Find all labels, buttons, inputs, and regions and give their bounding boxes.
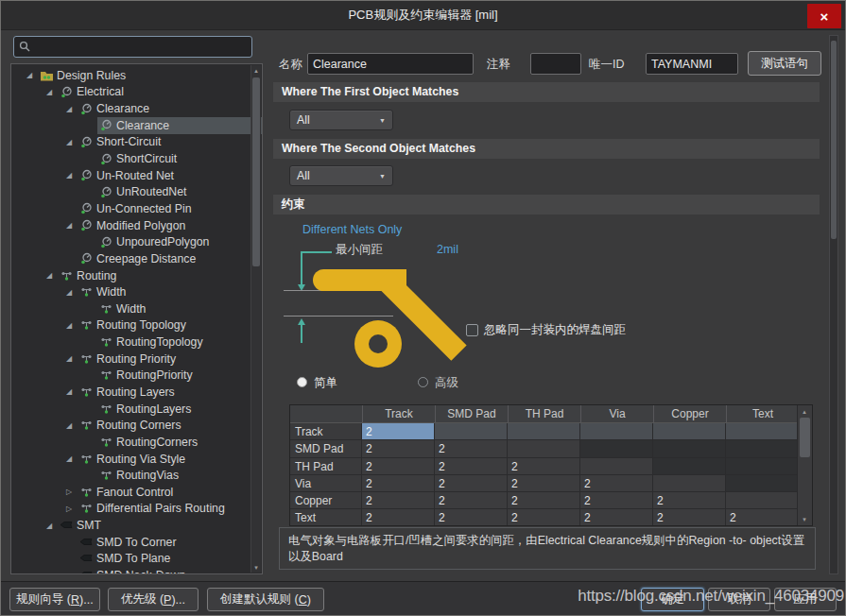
tree-item-clearance[interactable]: Clearance xyxy=(11,117,262,134)
matrix-cell-text-th-pad[interactable]: 2 xyxy=(508,509,580,526)
tree-item-body[interactable]: UnpouredPolygon xyxy=(97,233,262,250)
tree-expand-arrow-icon[interactable]: ◢ xyxy=(66,171,78,180)
tree-item-body[interactable]: RoutingPriority xyxy=(97,368,262,385)
matrix-cell-text-via[interactable]: 2 xyxy=(580,509,653,526)
table-column-header[interactable]: Track xyxy=(362,405,435,423)
matrix-cell-via-track[interactable]: 2 xyxy=(362,475,435,492)
tree-item-clearance[interactable]: ◢Clearance xyxy=(11,100,262,117)
tree-item-body[interactable]: SMD To Plane xyxy=(78,551,262,568)
matrix-cell-smd-pad-th-pad[interactable] xyxy=(508,440,580,457)
table-column-header[interactable]: SMD Pad xyxy=(435,405,508,423)
table-scrollbar[interactable]: ▴ ▾ xyxy=(797,405,812,525)
tree-expand-arrow-icon[interactable]: ◢ xyxy=(66,221,78,230)
tree-item-creepage-distance[interactable]: Creepage Distance xyxy=(11,250,262,267)
table-row-header[interactable]: Track xyxy=(290,423,362,440)
tree-expand-arrow-icon[interactable]: ▷ xyxy=(66,505,78,513)
tree-item-body[interactable]: Width xyxy=(78,283,262,300)
tree-expand-arrow-icon[interactable]: ◢ xyxy=(66,454,78,463)
tree-item-shortcircuit[interactable]: ShortCircuit xyxy=(11,150,262,167)
tree-item-body[interactable]: SMT xyxy=(58,517,262,534)
tree-item-differential-pairs-routing[interactable]: ▷Differential Pairs Routing xyxy=(11,501,262,518)
search-input[interactable] xyxy=(31,40,247,55)
matrix-cell-copper-copper[interactable]: 2 xyxy=(653,492,726,509)
matrix-cell-th-pad-smd-pad[interactable]: 2 xyxy=(435,458,508,475)
tree-item-design-rules[interactable]: ◢Design Rules xyxy=(11,67,262,84)
matrix-cell-track-text[interactable] xyxy=(726,423,799,440)
second-match-dropdown[interactable]: All ▼ xyxy=(289,165,393,186)
advanced-mode-radio[interactable] xyxy=(418,377,428,387)
table-column-header[interactable]: Via xyxy=(580,405,653,423)
close-button[interactable]: × xyxy=(807,4,841,28)
matrix-cell-copper-track[interactable]: 2 xyxy=(362,492,435,509)
scroll-up-icon[interactable]: ▴ xyxy=(251,65,261,76)
tree-item-routingcorners[interactable]: RoutingCorners xyxy=(11,434,262,451)
matrix-cell-smd-pad-text[interactable] xyxy=(726,440,799,457)
matrix-cell-th-pad-copper[interactable] xyxy=(653,458,726,475)
tree-item-smt[interactable]: ◢SMT xyxy=(11,517,262,534)
tree-item-width[interactable]: ◢Width xyxy=(11,283,262,300)
tree-item-body[interactable]: RoutingLayers xyxy=(97,401,262,418)
matrix-cell-smd-pad-via[interactable] xyxy=(580,440,653,457)
scroll-down-icon[interactable]: ▾ xyxy=(800,514,809,524)
tree-item-body[interactable]: Clearance xyxy=(97,117,262,134)
tree-item-un-connected-pin[interactable]: Un-Connected Pin xyxy=(11,200,262,217)
matrix-cell-th-pad-th-pad[interactable]: 2 xyxy=(508,458,580,475)
ignore-pad-clearance-checkbox[interactable] xyxy=(466,324,478,336)
matrix-cell-via-smd-pad[interactable]: 2 xyxy=(435,475,508,492)
create-default-rules-button[interactable]: 创建默认规则 (C) xyxy=(207,588,324,611)
tree-expand-arrow-icon[interactable]: ◢ xyxy=(26,71,38,79)
panel-scrollbar-thumb[interactable] xyxy=(831,41,837,239)
tree-item-body[interactable]: Routing Topology xyxy=(78,317,262,334)
tree-expand-arrow-icon[interactable]: ◢ xyxy=(66,321,78,330)
panel-scrollbar[interactable] xyxy=(829,35,838,574)
unique-id-input[interactable] xyxy=(646,53,738,75)
matrix-cell-th-pad-track[interactable]: 2 xyxy=(362,458,435,475)
tree-item-short-circuit[interactable]: ◢Short-Circuit xyxy=(11,134,262,151)
scroll-down-icon[interactable]: ▾ xyxy=(251,562,261,573)
tree-item-routing[interactable]: ◢Routing xyxy=(11,267,262,284)
tree-item-fanout-control[interactable]: ▷Fanout Control xyxy=(11,484,262,501)
matrix-cell-copper-smd-pad[interactable]: 2 xyxy=(435,492,508,509)
tree-expand-arrow-icon[interactable]: ◢ xyxy=(46,522,58,530)
tree-item-routing-topology[interactable]: ◢Routing Topology xyxy=(11,317,262,334)
table-scrollbar-thumb[interactable] xyxy=(800,418,810,457)
tree-item-body[interactable]: Un-Connected Pin xyxy=(78,200,262,217)
tree-item-body[interactable]: RoutingVias xyxy=(97,467,262,484)
tree-item-electrical[interactable]: ◢Electrical xyxy=(11,84,262,101)
table-row-header[interactable]: Via xyxy=(290,475,362,492)
tree-item-body[interactable]: SMD To Corner xyxy=(78,534,262,551)
matrix-cell-track-via[interactable] xyxy=(580,423,653,440)
tree-item-body[interactable]: Design Rules xyxy=(38,67,262,84)
tree-item-body[interactable]: SMD Neck-Down xyxy=(78,567,262,574)
tree-scrollbar[interactable]: ▴ ▾ xyxy=(250,65,261,573)
tree-item-routing-via-style[interactable]: ◢Routing Via Style xyxy=(11,451,262,468)
tree-item-width[interactable]: Width xyxy=(11,300,262,317)
tree-item-body[interactable]: Un-Routed Net xyxy=(78,167,262,184)
matrix-cell-via-via[interactable]: 2 xyxy=(580,475,653,492)
tree-item-body[interactable]: Creepage Distance xyxy=(78,250,262,267)
matrix-cell-th-pad-text[interactable] xyxy=(726,458,799,475)
matrix-cell-smd-pad-smd-pad[interactable]: 2 xyxy=(435,440,508,457)
tree-item-smd-to-plane[interactable]: SMD To Plane xyxy=(11,551,262,568)
rule-wizard-button[interactable]: 规则向导 (R)... xyxy=(9,588,100,611)
test-queries-button[interactable]: 测试语句 xyxy=(748,51,821,76)
matrix-cell-text-smd-pad[interactable]: 2 xyxy=(435,509,508,526)
tree-item-body[interactable]: Routing Corners xyxy=(78,417,262,434)
tree-item-unpouredpolygon[interactable]: UnpouredPolygon xyxy=(11,233,262,250)
tree-item-body[interactable]: Routing Priority xyxy=(78,351,262,368)
name-input[interactable] xyxy=(307,53,474,75)
tree-item-body[interactable]: Differential Pairs Routing xyxy=(78,501,262,518)
tree-item-routing-corners[interactable]: ◢Routing Corners xyxy=(11,417,262,434)
table-column-header[interactable]: Copper xyxy=(653,405,726,423)
tree-item-body[interactable]: RoutingCorners xyxy=(97,434,262,451)
comment-input[interactable] xyxy=(530,53,581,75)
tree-expand-arrow-icon[interactable]: ◢ xyxy=(66,105,78,113)
first-match-dropdown[interactable]: All ▼ xyxy=(289,110,393,130)
tree-item-un-routed-net[interactable]: ◢Un-Routed Net xyxy=(11,167,262,184)
tree-item-body[interactable]: Modified Polygon xyxy=(78,217,262,234)
tree-item-routing-layers[interactable]: ◢Routing Layers xyxy=(11,384,262,401)
matrix-cell-via-th-pad[interactable]: 2 xyxy=(508,475,580,492)
tree-expand-arrow-icon[interactable]: ◢ xyxy=(66,387,78,396)
table-row-header[interactable]: TH Pad xyxy=(290,458,362,475)
table-column-header[interactable]: Text xyxy=(726,405,799,423)
